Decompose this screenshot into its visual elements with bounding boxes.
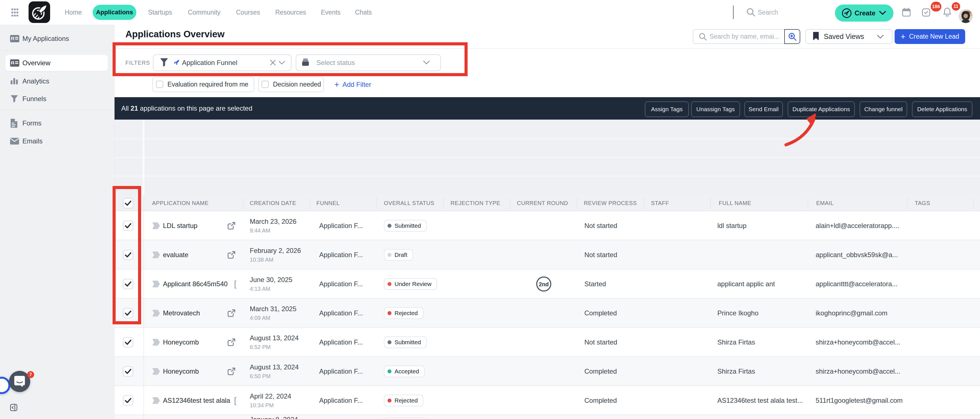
svg-text:2nd: 2nd <box>539 281 549 287</box>
